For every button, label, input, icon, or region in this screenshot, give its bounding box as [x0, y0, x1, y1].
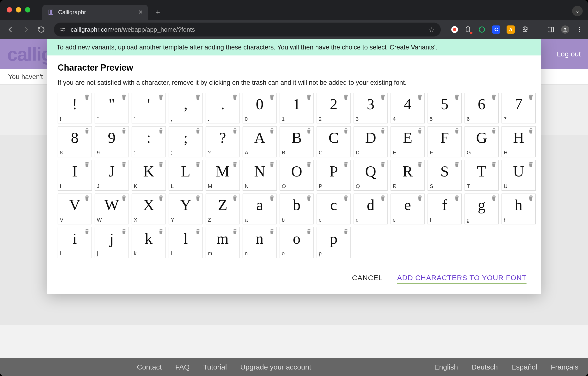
trash-icon[interactable]	[195, 94, 201, 100]
character-label: Z	[206, 216, 240, 224]
trash-icon[interactable]	[232, 195, 238, 201]
trash-icon[interactable]	[528, 127, 534, 134]
trash-icon[interactable]	[417, 195, 423, 201]
trash-icon[interactable]	[343, 127, 349, 134]
extension-icon-3[interactable]	[478, 25, 486, 34]
nav-back-button[interactable]	[4, 23, 17, 36]
trash-icon[interactable]	[269, 127, 275, 134]
trash-icon[interactable]	[84, 127, 90, 134]
trash-icon[interactable]	[380, 195, 386, 201]
nav-reload-button[interactable]	[35, 23, 48, 36]
character-label: j	[95, 250, 128, 258]
trash-icon[interactable]	[306, 161, 312, 167]
trash-icon[interactable]	[269, 228, 275, 235]
character-label: l	[169, 250, 202, 258]
browser-tab[interactable]: Calligraphr ✕	[42, 5, 148, 20]
trash-icon[interactable]	[380, 161, 386, 167]
character-label: o	[280, 250, 314, 258]
trash-icon[interactable]	[232, 161, 238, 167]
trash-icon[interactable]	[158, 228, 164, 235]
trash-icon[interactable]	[195, 228, 201, 235]
window-close-button[interactable]	[7, 7, 12, 12]
trash-icon[interactable]	[84, 161, 90, 167]
window-minimize-button[interactable]	[16, 7, 21, 12]
trash-icon[interactable]	[417, 94, 423, 100]
trash-icon[interactable]	[158, 94, 164, 100]
trash-icon[interactable]	[121, 161, 127, 167]
trash-icon[interactable]	[269, 195, 275, 201]
trash-icon[interactable]	[269, 161, 275, 167]
nav-forward-button[interactable]	[20, 23, 32, 36]
trash-icon[interactable]	[491, 195, 497, 201]
character-cell: DD	[354, 126, 388, 157]
extension-icon-2[interactable]	[464, 25, 472, 34]
extensions-button[interactable]	[521, 25, 529, 34]
trash-icon[interactable]	[158, 127, 164, 134]
character-cell: ""	[95, 93, 129, 123]
trash-icon[interactable]	[306, 195, 312, 201]
trash-icon[interactable]	[528, 94, 534, 100]
trash-icon[interactable]	[306, 127, 312, 134]
trash-icon[interactable]	[417, 127, 423, 134]
trash-icon[interactable]	[343, 195, 349, 201]
site-settings-icon[interactable]	[60, 26, 66, 33]
trash-icon[interactable]	[158, 161, 164, 167]
trash-icon[interactable]	[232, 94, 238, 100]
extension-icon-5[interactable]: a	[507, 25, 515, 34]
character-label: "	[95, 115, 128, 123]
trash-icon[interactable]	[380, 127, 386, 134]
trash-icon[interactable]	[195, 127, 201, 134]
character-label: O	[280, 183, 314, 190]
trash-icon[interactable]	[491, 161, 497, 167]
trash-icon[interactable]	[232, 127, 238, 134]
trash-icon[interactable]	[121, 228, 127, 235]
new-tab-button[interactable]: ＋	[154, 7, 161, 17]
add-characters-button[interactable]: ADD CHARACTERS TO YOUR FONT	[397, 274, 526, 283]
trash-icon[interactable]	[269, 94, 275, 100]
cancel-button[interactable]: CANCEL	[352, 274, 383, 283]
character-label: R	[391, 183, 424, 190]
character-cell: LL	[169, 160, 203, 191]
trash-icon[interactable]	[84, 228, 90, 235]
extension-icon-1[interactable]	[451, 26, 458, 33]
browser-menu-button[interactable]	[576, 25, 584, 34]
trash-icon[interactable]	[195, 161, 201, 167]
profile-avatar-button[interactable]	[561, 25, 569, 34]
svg-rect-1	[52, 10, 53, 15]
trash-icon[interactable]	[417, 161, 423, 167]
address-bar[interactable]: calligraphr.com/en/webapp/app_home/?font…	[54, 22, 441, 36]
svg-point-8	[579, 29, 580, 30]
trash-icon[interactable]	[454, 94, 460, 100]
trash-icon[interactable]	[491, 127, 497, 134]
trash-icon[interactable]	[121, 94, 127, 100]
page-content: calligraphr TEMPLATES MY FONTS Log out Y…	[0, 39, 588, 376]
trash-icon[interactable]	[195, 195, 201, 201]
trash-icon[interactable]	[232, 228, 238, 235]
side-panel-button[interactable]	[547, 25, 555, 34]
window-zoom-button[interactable]	[25, 7, 30, 12]
trash-icon[interactable]	[454, 127, 460, 134]
trash-icon[interactable]	[84, 195, 90, 201]
trash-icon[interactable]	[121, 127, 127, 134]
trash-icon[interactable]	[121, 195, 127, 201]
tab-close-button[interactable]: ✕	[138, 9, 143, 15]
trash-icon[interactable]	[491, 94, 497, 100]
trash-icon[interactable]	[528, 195, 534, 201]
bookmark-star-icon[interactable]: ☆	[429, 25, 435, 34]
trash-icon[interactable]	[158, 195, 164, 201]
trash-icon[interactable]	[528, 161, 534, 167]
tabs-dropdown-button[interactable]: ⌄	[572, 6, 583, 16]
character-cell: ,,	[169, 93, 203, 123]
trash-icon[interactable]	[343, 161, 349, 167]
trash-icon[interactable]	[343, 94, 349, 100]
character-label: k	[132, 250, 166, 258]
trash-icon[interactable]	[84, 94, 90, 100]
trash-icon[interactable]	[454, 195, 460, 201]
extension-icon-4[interactable]: C	[492, 25, 500, 34]
trash-icon[interactable]	[454, 161, 460, 167]
character-label: g	[465, 216, 498, 224]
trash-icon[interactable]	[306, 228, 312, 235]
trash-icon[interactable]	[380, 94, 386, 100]
trash-icon[interactable]	[306, 94, 312, 100]
trash-icon[interactable]	[343, 228, 349, 235]
